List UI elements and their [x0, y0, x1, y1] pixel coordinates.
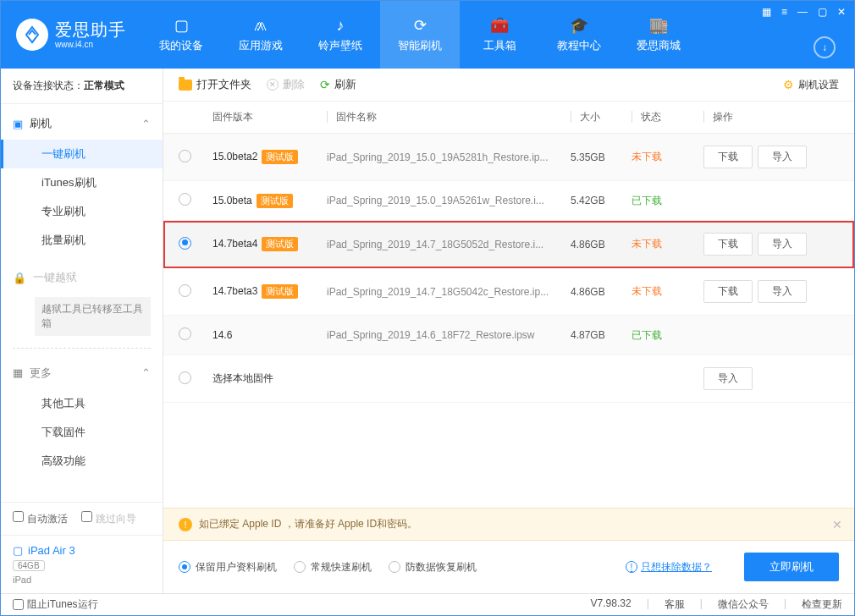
flash-now-button[interactable]: 立即刷机 [744, 553, 839, 581]
apps-icon: ⩕ [251, 16, 270, 35]
sidebar-item-download[interactable]: 下载固件 [1, 418, 163, 447]
sidebar-head-more[interactable]: ▦ 更多 ⌃ [1, 357, 163, 389]
update-link[interactable]: 检查更新 [802, 597, 842, 612]
top-nav: ▢我的设备 ⩕应用游戏 ♪铃声壁纸 ⟳智能刷机 🧰工具箱 🎓教程中心 🏬爱思商城 [141, 1, 698, 69]
import-button[interactable]: 导入 [758, 233, 807, 256]
refresh-button[interactable]: ⟳刷新 [320, 77, 356, 92]
sidebar-head-flash[interactable]: ▣ 刷机 ⌃ [1, 107, 163, 140]
table-row[interactable]: 14.7beta3测试版iPad_Spring_2019_14.7_18G504… [163, 268, 854, 316]
device-info: ▢ iPad Air 3 64GB iPad [1, 535, 163, 593]
radio-icon[interactable] [179, 371, 191, 384]
warning-icon: ! [179, 518, 192, 531]
gear-icon: ⚙ [783, 78, 794, 91]
close-banner-icon[interactable]: ✕ [832, 518, 842, 531]
sidebar-item-other[interactable]: 其他工具 [1, 389, 163, 418]
table-row[interactable]: 15.0beta2测试版iPad_Spring_2019_15.0_19A528… [163, 134, 854, 181]
delete-icon: ✕ [267, 79, 279, 91]
download-button[interactable]: 下载 [703, 233, 753, 256]
music-icon: ♪ [331, 16, 350, 35]
opt-keep-data[interactable]: 保留用户资料刷机 [179, 560, 277, 575]
block-itunes-checkbox[interactable]: 阻止iTunes运行 [13, 597, 98, 612]
connection-status: 设备连接状态：正常模式 [1, 69, 163, 104]
minimize-icon[interactable]: — [797, 6, 808, 18]
radio-icon[interactable] [179, 193, 191, 206]
apple-id-banner: ! 如已绑定 Apple ID ，请准备好 Apple ID和密码。 ✕ [163, 508, 854, 541]
local-firmware-row[interactable]: 选择本地固件 导入 [163, 355, 854, 403]
import-button[interactable]: 导入 [758, 146, 807, 168]
download-button[interactable]: 下载 [703, 146, 753, 168]
toolbar: 打开文件夹 ✕删除 ⟳刷新 ⚙刷机设置 [163, 69, 854, 102]
sidebar: 设备连接状态：正常模式 ▣ 刷机 ⌃ 一键刷机 iTunes刷机 专业刷机 批量… [1, 69, 163, 593]
radio-icon[interactable] [179, 284, 191, 297]
nav-ringtone[interactable]: ♪铃声壁纸 [301, 1, 380, 69]
radio-icon[interactable] [179, 237, 191, 250]
import-button[interactable]: 导入 [703, 367, 753, 390]
app-site: www.i4.cn [55, 40, 126, 50]
sidebar-item-itunes[interactable]: iTunes刷机 [1, 168, 163, 197]
folder-icon [179, 80, 192, 91]
erase-link[interactable]: !只想抹除数据？ [626, 560, 712, 575]
store-icon: 🏬 [649, 16, 668, 35]
window-controls: ▦ ≡ — ▢ ✕ [762, 6, 846, 18]
nav-flash[interactable]: ⟳智能刷机 [380, 1, 460, 69]
wechat-link[interactable]: 微信公众号 [718, 597, 769, 612]
open-folder-button[interactable]: 打开文件夹 [179, 77, 251, 92]
sidebar-head-jailbreak: 🔒 一键越狱 [1, 261, 163, 294]
nav-toolbox[interactable]: 🧰工具箱 [460, 1, 539, 69]
flash-icon: ⟳ [411, 16, 429, 35]
opt-antirecover[interactable]: 防数据恢复刷机 [389, 560, 477, 575]
app-header: 爱思助手 www.i4.cn ▢我的设备 ⩕应用游戏 ♪铃声壁纸 ⟳智能刷机 🧰… [1, 1, 854, 69]
device-icon: ▢ [172, 16, 190, 35]
flash-settings-button[interactable]: ⚙刷机设置 [783, 78, 839, 92]
jailbreak-note: 越狱工具已转移至工具箱 [35, 297, 151, 336]
radio-icon[interactable] [179, 327, 191, 340]
logo-icon [16, 19, 48, 51]
download-circle-icon[interactable]: ↓ [814, 36, 836, 58]
flash-options: 保留用户资料刷机 常规快速刷机 防数据恢复刷机 !只想抹除数据？ 立即刷机 [163, 541, 854, 593]
delete-button[interactable]: ✕删除 [267, 77, 305, 92]
table-row[interactable]: 14.7beta4测试版iPad_Spring_2019_14.7_18G505… [163, 221, 854, 268]
skip-guide-checkbox[interactable]: 跳过向导 [81, 511, 136, 526]
table-row[interactable]: 14.6iPad_Spring_2019_14.6_18F72_Restore.… [163, 316, 854, 355]
firmware-rows: 15.0beta2测试版iPad_Spring_2019_15.0_19A528… [163, 134, 854, 355]
device-name[interactable]: ▢ iPad Air 3 [13, 544, 151, 557]
maximize-icon[interactable]: ▢ [818, 6, 827, 18]
sidebar-item-pro[interactable]: 专业刷机 [1, 197, 163, 226]
radio-icon[interactable] [179, 150, 191, 162]
nav-store[interactable]: 🏬爱思商城 [619, 1, 698, 69]
sidebar-item-oneclick[interactable]: 一键刷机 [1, 140, 163, 168]
grid-icon: ▦ [13, 366, 23, 379]
main-panel: 打开文件夹 ✕删除 ⟳刷新 ⚙刷机设置 固件版本 固件名称 大小 状态 操作 1… [163, 69, 854, 593]
version-label: V7.98.32 [591, 597, 632, 612]
sidebar-item-batch[interactable]: 批量刷机 [1, 226, 163, 255]
nav-tutorial[interactable]: 🎓教程中心 [539, 1, 619, 69]
toolbox-icon: 🧰 [490, 16, 509, 35]
shirt-icon[interactable]: ▦ [762, 6, 771, 18]
menu-icon[interactable]: ≡ [781, 6, 787, 18]
opt-fast[interactable]: 常规快速刷机 [294, 560, 372, 575]
app-title: 爱思助手 [55, 19, 126, 40]
nav-my-device[interactable]: ▢我的设备 [141, 1, 221, 69]
logo: 爱思助手 www.i4.cn [1, 19, 141, 51]
import-button[interactable]: 导入 [758, 280, 807, 303]
download-button[interactable]: 下载 [703, 280, 753, 303]
refresh-icon: ⟳ [320, 78, 330, 91]
kefu-link[interactable]: 客服 [665, 597, 685, 612]
table-row[interactable]: 15.0beta测试版iPad_Spring_2019_15.0_19A5261… [163, 181, 854, 221]
auto-activate-checkbox[interactable]: 自动激活 [13, 511, 68, 526]
nav-apps[interactable]: ⩕应用游戏 [221, 1, 301, 69]
tutorial-icon: 🎓 [570, 16, 588, 35]
lock-icon: 🔒 [13, 272, 26, 284]
device-type: iPad [13, 575, 151, 585]
sidebar-item-advanced[interactable]: 高级功能 [1, 447, 163, 476]
close-icon[interactable]: ✕ [837, 6, 846, 18]
status-bar: 阻止iTunes运行 V7.98.32 | 客服 | 微信公众号 | 检查更新 [1, 593, 854, 615]
device-capacity: 64GB [13, 560, 45, 571]
table-header: 固件版本 固件名称 大小 状态 操作 [163, 102, 854, 134]
